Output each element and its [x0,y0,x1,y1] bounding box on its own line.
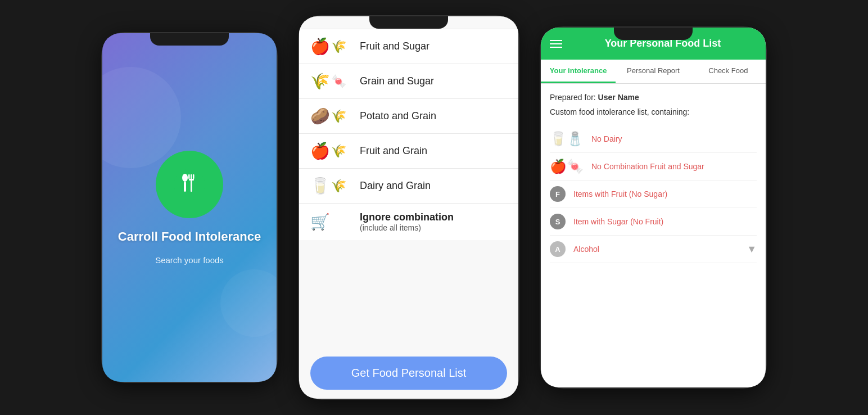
intolerance-item: S Item with Sugar (No Fruit) [550,208,757,236]
hamburger-line [550,47,562,48]
splash-screen: Carroll Food Intolerance Search your foo… [102,33,277,382]
svg-rect-7 [191,181,192,192]
food-icon-group: 🍎 🌾 [310,142,351,160]
notch-3 [614,28,693,40]
food-list-screen: 🍎 🌾 Fruit and Sugar 🌾 🍬 Grain and Sugar [299,16,518,399]
food-icon-group: 🥛 🌾 [310,177,351,195]
ignore-text: Ignore combination (include all items) [360,211,454,232]
grain-emoji: 🌾 [310,72,330,91]
fruit-no-sugar-label: Items with Fruit (No Sugar) [573,190,667,199]
svg-rect-4 [188,174,190,179]
grain4-emoji: 🌾 [331,179,346,193]
phone-personal-list: Your Personal Food List Your intolerance… [541,28,766,387]
fruit-emoji: 🍎 [310,37,330,56]
svg-point-0 [174,169,205,200]
app-logo [156,151,223,218]
food-item-label: Potato and Grain [360,110,436,122]
intolerance-item: 🍎🍬 No Combination Fruit and Sugar [550,153,757,181]
list-item[interactable]: 🥛 🌾 Dairy and Grain [299,169,518,204]
list-item[interactable]: 🍎 🌾 Fruit and Grain [299,134,518,169]
no-fruit-sugar-label: No Combination Fruit and Sugar [591,162,704,171]
prepared-for-prefix: Prepared for: [550,93,598,102]
tab-check-food[interactable]: Check Food [691,60,766,83]
personal-screen: Your Personal Food List Your intolerance… [541,28,766,387]
list-item[interactable]: 🥔 🌾 Potato and Grain [299,99,518,134]
splash-app-title: Carroll Food Intolerance [118,229,261,244]
hamburger-line [550,43,562,44]
logo-icon [173,168,206,201]
list-item[interactable]: 🍎 🌾 Fruit and Sugar [299,29,518,64]
fruit2-emoji: 🍎 [310,142,330,160]
tab-personal-report[interactable]: Personal Report [616,60,690,83]
splash-app-subtitle: Search your foods [155,255,224,265]
sugar-no-fruit-label: Item with Sugar (No Fruit) [573,217,663,226]
hamburger-menu[interactable] [550,40,562,48]
ignore-sub: (include all items) [360,223,454,232]
dairy-icon: 🥛🧂 [550,131,584,147]
grain3-emoji: 🌾 [331,144,346,159]
fruit-sugar-icon: 🍎🍬 [550,159,584,174]
notch-2 [369,16,448,29]
chevron-down-icon: ▼ [747,243,757,255]
get-food-button[interactable]: Get Food Personal List [310,357,507,390]
tab-your-intolerance[interactable]: Your intolerance [541,60,616,83]
notch-1 [150,33,229,46]
tabs-row: Your intolerance Personal Report Check F… [541,60,766,84]
intolerance-item: F Items with Fruit (No Sugar) [550,181,757,208]
svg-rect-5 [193,174,195,179]
letter-a: A [550,241,566,257]
grain2-emoji: 🌾 [331,109,346,124]
basket-emoji: 🛒 [310,213,330,231]
svg-point-1 [182,174,188,182]
potato-emoji: 🥔 [310,107,330,125]
user-name: User Name [598,93,639,102]
svg-rect-2 [184,182,186,192]
food-item-label: Grain and Sugar [360,75,434,87]
letter-f: F [550,186,566,202]
phone-splash: Carroll Food Intolerance Search your foo… [102,33,277,382]
food-item-label: Dairy and Grain [360,180,431,192]
personal-content: Prepared for: User Name Custom food into… [541,84,766,387]
food-item-label: Fruit and Sugar [360,40,430,52]
ignore-label: Ignore combination [360,211,454,223]
letter-s: S [550,214,566,229]
sugar2-emoji: 🍬 [331,74,346,89]
intolerance-item: 🥛🧂 No Dairy [550,125,757,153]
prepared-for: Prepared for: User Name [550,93,757,102]
intolerance-item-alcohol: A Alcohol ▼ [550,236,757,263]
food-list-items: 🍎 🌾 Fruit and Sugar 🌾 🍬 Grain and Sugar [299,29,518,348]
food-icon-group: 🍎 🌾 [310,37,351,56]
ignore-combination-item[interactable]: 🛒 Ignore combination (include all items) [299,204,518,240]
hamburger-line [550,40,562,41]
food-icon-group: 🥔 🌾 [310,107,351,125]
food-icon-group: 🌾 🍬 [310,72,351,91]
custom-list-title: Custom food intolerance list, containing… [550,107,757,116]
no-dairy-label: No Dairy [591,134,622,143]
list-item[interactable]: 🌾 🍬 Grain and Sugar [299,64,518,99]
dairy-emoji: 🥛 [310,177,330,195]
svg-rect-6 [189,179,194,181]
food-icon-group: 🛒 [310,213,351,231]
food-item-label: Fruit and Grain [360,145,427,157]
phone-food-list: 🍎 🌾 Fruit and Sugar 🌾 🍬 Grain and Sugar [299,16,518,399]
alcohol-label: Alcohol [573,245,599,254]
sugar-emoji: 🌾 [331,39,346,54]
